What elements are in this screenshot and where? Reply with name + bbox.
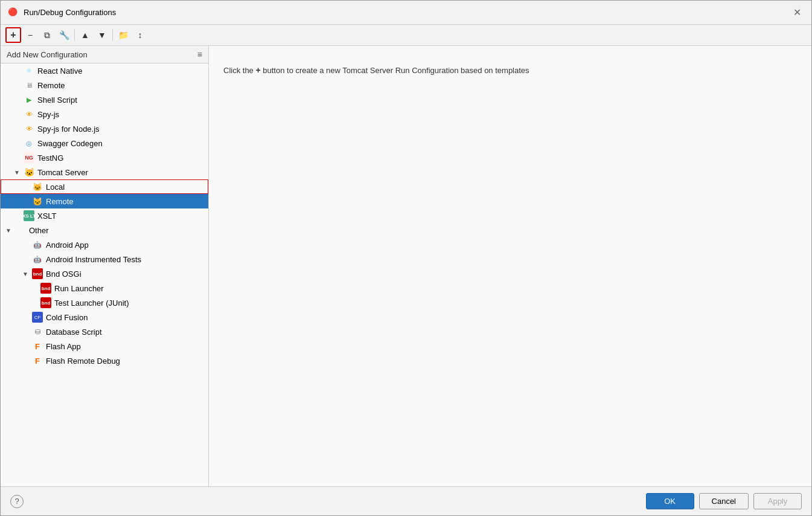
swagger-label: Swagger Codegen bbox=[37, 139, 103, 148]
tomcat-arrow: ▼ bbox=[14, 169, 22, 176]
arrow bbox=[22, 242, 31, 248]
settings-button[interactable]: 🔧 bbox=[56, 27, 72, 43]
tree-item-flash-remote-debug[interactable]: F Flash Remote Debug bbox=[1, 353, 208, 368]
help-button[interactable]: ? bbox=[10, 495, 24, 508]
ok-button[interactable]: OK bbox=[646, 493, 694, 509]
android-instrumented-label: Android Instrumented Tests bbox=[46, 255, 141, 264]
testng-label: TestNG bbox=[37, 153, 63, 163]
xslt-icon: XS LT bbox=[24, 210, 34, 221]
dialog-title: Run/Debug Configurations bbox=[24, 8, 116, 17]
panel-header: Add New Configuration ≡ bbox=[1, 46, 208, 63]
arrow bbox=[14, 111, 22, 118]
tree-item-react-native[interactable]: ⚛ React Native bbox=[1, 63, 208, 78]
spyjs-node-icon: 👁 bbox=[24, 123, 34, 134]
filter-icon[interactable]: ≡ bbox=[197, 50, 202, 59]
tree-item-local[interactable]: 🐱 Local bbox=[1, 179, 208, 194]
cold-fusion-icon: CF bbox=[32, 312, 43, 323]
arrow bbox=[14, 140, 22, 147]
run-launcher-label: Run Launcher bbox=[54, 284, 104, 293]
arrow bbox=[22, 343, 31, 350]
test-launcher-icon: bnd bbox=[40, 297, 51, 308]
flash-app-label: Flash App bbox=[46, 342, 81, 351]
tree-item-xslt[interactable]: XS LT XSLT bbox=[1, 208, 208, 223]
footer-left: ? bbox=[10, 495, 24, 508]
tree-item-flash-app[interactable]: F Flash App bbox=[1, 339, 208, 353]
tree-item-database-script[interactable]: ⛁ Database Script bbox=[1, 324, 208, 339]
tree-item-spyjs-node[interactable]: 👁 Spy-js for Node.js bbox=[1, 121, 208, 136]
tree-container[interactable]: ⚛ React Native 🖥 Remote ▶ Shell Script bbox=[1, 63, 208, 486]
toolbar: + − ⧉ 🔧 ▲ ▼ 📁 ↕ bbox=[1, 25, 811, 46]
spyjs-icon: 👁 bbox=[24, 109, 34, 120]
run-launcher-icon: bnd bbox=[40, 283, 51, 294]
tree-item-test-launcher[interactable]: bnd Test Launcher (JUnit) bbox=[1, 295, 208, 310]
move-up-button[interactable]: ▲ bbox=[77, 27, 93, 43]
tree-item-tomcat-server[interactable]: ▼ 🐱 Tomcat Server bbox=[1, 165, 208, 179]
hint-text: Click the + button to create a new Tomca… bbox=[223, 64, 529, 77]
tree-item-tomcat-remote[interactable]: 🐱 Remote bbox=[1, 194, 208, 208]
android-app-label: Android App bbox=[46, 240, 89, 250]
folder-button[interactable]: 📁 bbox=[115, 27, 131, 43]
tomcat-remote-label: Remote bbox=[46, 197, 74, 206]
spyjs-node-label: Spy-js for Node.js bbox=[37, 124, 100, 134]
cold-fusion-label: Cold Fusion bbox=[46, 313, 88, 322]
tomcat-icon: 🐱 bbox=[24, 167, 34, 178]
flash-remote-debug-icon: F bbox=[32, 355, 43, 366]
add-button[interactable]: + bbox=[5, 27, 21, 43]
arrow bbox=[31, 300, 39, 306]
bnd-arrow: ▼ bbox=[22, 271, 31, 277]
footer-right: OK Cancel Apply bbox=[646, 493, 802, 509]
sort-button[interactable]: ↕ bbox=[132, 27, 148, 43]
dialog-icon: 🔴 bbox=[8, 7, 19, 18]
xslt-label: XSLT bbox=[37, 211, 57, 221]
tree-item-remote[interactable]: 🖥 Remote bbox=[1, 78, 208, 92]
tree-item-other[interactable]: ▼ Other bbox=[1, 223, 208, 237]
shell-script-icon: ▶ bbox=[24, 94, 34, 105]
react-native-icon: ⚛ bbox=[24, 65, 34, 76]
remote-icon: 🖥 bbox=[24, 80, 34, 91]
tree-item-spyjs[interactable]: 👁 Spy-js bbox=[1, 107, 208, 121]
arrow bbox=[14, 68, 22, 74]
arrow bbox=[14, 126, 22, 132]
tree-item-bnd-osgi[interactable]: ▼ bnd Bnd OSGi bbox=[1, 266, 208, 281]
arrow bbox=[22, 314, 31, 321]
arrow bbox=[22, 184, 31, 190]
tree-item-cold-fusion[interactable]: CF Cold Fusion bbox=[1, 310, 208, 324]
close-button[interactable]: ✕ bbox=[790, 5, 804, 20]
arrow bbox=[14, 97, 22, 103]
cancel-button[interactable]: Cancel bbox=[699, 493, 749, 509]
footer: ? OK Cancel Apply bbox=[1, 486, 811, 515]
move-down-button[interactable]: ▼ bbox=[94, 27, 110, 43]
remove-button[interactable]: − bbox=[22, 27, 38, 43]
toolbar-separator-2 bbox=[112, 29, 113, 41]
tree-item-android-instrumented[interactable]: 🤖 Android Instrumented Tests bbox=[1, 252, 208, 266]
run-debug-dialog: 🔴 Run/Debug Configurations ✕ + − ⧉ 🔧 ▲ ▼… bbox=[0, 0, 812, 516]
android-instrumented-icon: 🤖 bbox=[32, 254, 43, 265]
title-bar-left: 🔴 Run/Debug Configurations bbox=[8, 7, 116, 18]
tree-item-android-app[interactable]: 🤖 Android App bbox=[1, 237, 208, 252]
apply-button[interactable]: Apply bbox=[753, 493, 802, 509]
flash-app-icon: F bbox=[32, 341, 43, 352]
hint-plus: + bbox=[255, 64, 260, 77]
local-label: Local bbox=[46, 182, 65, 192]
hint-suffix: button to create a new Tomcat Server Run… bbox=[263, 66, 529, 75]
tree-item-testng[interactable]: NG TestNG bbox=[1, 150, 208, 165]
arrow bbox=[22, 256, 31, 263]
arrow bbox=[14, 213, 22, 219]
tomcat-server-label: Tomcat Server bbox=[37, 168, 88, 177]
right-panel: Click the + button to create a new Tomca… bbox=[209, 46, 811, 486]
arrow bbox=[14, 82, 22, 89]
arrow bbox=[31, 285, 39, 292]
spyjs-label: Spy-js bbox=[37, 110, 59, 119]
remote-label: Remote bbox=[37, 81, 65, 90]
shell-script-label: Shell Script bbox=[37, 95, 77, 105]
arrow bbox=[22, 198, 31, 205]
tree-item-swagger[interactable]: ◎ Swagger Codegen bbox=[1, 136, 208, 150]
main-content: Add New Configuration ≡ ⚛ React Native 🖥… bbox=[1, 46, 811, 486]
other-arrow: ▼ bbox=[5, 227, 14, 234]
copy-button[interactable]: ⧉ bbox=[39, 27, 55, 43]
tree-item-shell-script[interactable]: ▶ Shell Script bbox=[1, 92, 208, 107]
tree-item-run-launcher[interactable]: bnd Run Launcher bbox=[1, 281, 208, 295]
testng-icon: NG bbox=[24, 152, 34, 163]
database-script-icon: ⛁ bbox=[32, 326, 43, 337]
swagger-icon: ◎ bbox=[24, 138, 34, 149]
